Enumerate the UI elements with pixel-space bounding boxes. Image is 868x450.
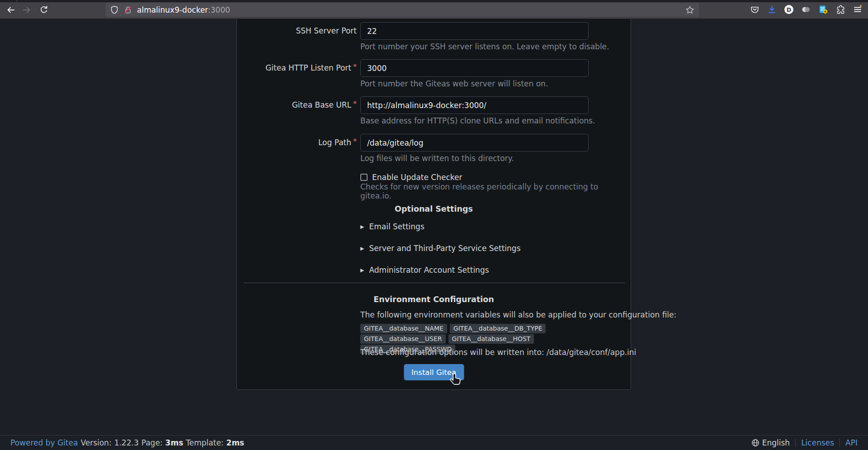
install-form-panel: SSH Server Port Port number your SSH ser… <box>236 19 631 390</box>
template-time-value: 2ms <box>226 438 245 447</box>
label-text: Gitea HTTP Listen Port <box>265 63 351 72</box>
required-asterisk: * <box>353 62 357 71</box>
back-icon <box>6 5 15 14</box>
toolbar-extensions-area: D <box>750 2 866 17</box>
extension-d-button[interactable]: D <box>784 5 794 14</box>
translate-doc-button[interactable] <box>818 5 828 14</box>
required-asterisk: * <box>353 99 357 108</box>
language-menu[interactable]: English <box>751 438 790 447</box>
required-asterisk: * <box>353 137 357 146</box>
extension-circles-icon <box>801 5 811 14</box>
chevron-right-icon: ▶ <box>360 246 364 251</box>
field-help: Base address for HTTP(S) clone URLs and … <box>360 116 595 125</box>
footer-right: English Licenses API <box>751 438 858 447</box>
field-help: Port number your SSH server listens on. … <box>360 42 609 51</box>
env-var-badge: GITEA__database__HOST <box>448 334 534 344</box>
extension-d-icon: D <box>784 5 794 14</box>
log-path-input[interactable] <box>360 134 589 152</box>
extensions-puzzle-icon <box>836 5 845 14</box>
footer-separator <box>840 439 840 447</box>
tab-strip <box>0 0 868 2</box>
chevron-right-icon: ▶ <box>360 267 364 273</box>
url-port: :3000 <box>208 5 230 14</box>
extension-circles-button[interactable] <box>801 5 811 14</box>
menu-button[interactable] <box>853 5 863 14</box>
section-divider <box>244 283 625 283</box>
template-time-label: Template: <box>186 438 223 447</box>
svg-text:D: D <box>787 6 791 13</box>
field-label: SSH Server Port <box>237 22 357 40</box>
optional-settings-heading: Optional Settings <box>237 204 631 213</box>
downloads-button[interactable] <box>767 5 777 14</box>
pocket-button[interactable] <box>750 5 760 14</box>
update-checker-checkbox[interactable] <box>360 174 368 181</box>
page-content: SSH Server Port Port number your SSH ser… <box>0 19 868 435</box>
label-text: Log Path <box>318 138 351 147</box>
page-time-value: 3ms <box>165 438 184 447</box>
reload-icon <box>39 5 48 14</box>
url-text: almalinux9-docker:3000 <box>137 5 230 14</box>
browser-toolbar: almalinux9-docker:3000 D <box>0 0 868 19</box>
forward-icon <box>22 5 31 14</box>
base-url-input[interactable] <box>360 96 589 114</box>
env-var-badge: GITEA__database__NAME <box>360 324 447 333</box>
bookmark-star-icon[interactable] <box>685 5 694 14</box>
extensions-puzzle-button[interactable] <box>835 5 845 14</box>
footer-separator <box>795 439 796 447</box>
env-outro-text: These configuration options will be writ… <box>360 348 636 357</box>
field-label: Log Path* <box>237 134 357 152</box>
field-label: Gitea HTTP Listen Port* <box>237 59 357 77</box>
update-badge-icon <box>859 5 862 7</box>
update-checker-label: Enable Update Checker <box>372 173 462 182</box>
env-config-heading: Environment Configuration <box>237 295 631 304</box>
powered-by-gitea-link[interactable]: Powered by Gitea <box>10 438 78 447</box>
page-time-label: Page: <box>142 438 163 447</box>
footer: Powered by Gitea Version: 1.22.3 Page: 3… <box>0 435 868 450</box>
language-label: English <box>762 438 790 447</box>
env-intro-text: The following environment variables will… <box>360 310 676 319</box>
ssh-server-port-input[interactable] <box>360 22 589 40</box>
field-help: Log files will be written to this direct… <box>360 154 514 163</box>
version-label: Version: <box>80 438 111 447</box>
tracking-shield-icon[interactable] <box>110 5 119 14</box>
collapsible-admin-settings[interactable]: ▶ Administrator Account Settings <box>360 265 489 275</box>
globe-icon <box>751 439 760 447</box>
url-bar[interactable]: almalinux9-docker:3000 <box>105 3 699 17</box>
collapsible-label: Server and Third-Party Service Settings <box>369 244 520 253</box>
footer-left: Powered by Gitea Version: 1.22.3 Page: 3… <box>10 438 244 447</box>
downloads-icon <box>767 5 777 14</box>
env-var-badge: GITEA__database__DB_TYPE <box>450 324 546 333</box>
licenses-link[interactable]: Licenses <box>801 438 834 447</box>
collapsible-email-settings[interactable]: ▶ Email Settings <box>360 222 425 231</box>
api-link[interactable]: API <box>845 438 858 447</box>
version-value: 1.22.3 <box>114 438 139 447</box>
collapsible-label: Administrator Account Settings <box>369 265 489 275</box>
http-listen-port-input[interactable] <box>360 59 589 77</box>
label-text: Gitea Base URL <box>292 100 351 109</box>
env-var-badge: GITEA__database__USER <box>360 334 446 344</box>
update-checker-row[interactable]: Enable Update Checker <box>360 173 462 182</box>
collapsible-label: Email Settings <box>369 222 424 231</box>
chevron-right-icon: ▶ <box>360 224 364 230</box>
reload-button[interactable] <box>37 3 51 17</box>
label-text: SSH Server Port <box>296 26 357 35</box>
menu-icon <box>853 5 863 14</box>
update-checker-help: Checks for new version releases periodic… <box>360 182 631 200</box>
pocket-icon <box>750 5 760 14</box>
insecure-lock-icon[interactable] <box>123 5 132 14</box>
field-help: Port number the Giteas web server will l… <box>360 79 548 88</box>
translate-doc-icon <box>818 5 828 14</box>
forward-button[interactable] <box>20 3 33 17</box>
field-label: Gitea Base URL* <box>237 96 357 114</box>
install-gitea-button[interactable]: Install Gitea <box>404 364 464 380</box>
url-host: almalinux9-docker <box>137 5 208 14</box>
tab-edge <box>17 0 17 2</box>
collapsible-server-settings[interactable]: ▶ Server and Third-Party Service Setting… <box>360 244 521 253</box>
back-button[interactable] <box>4 3 18 17</box>
